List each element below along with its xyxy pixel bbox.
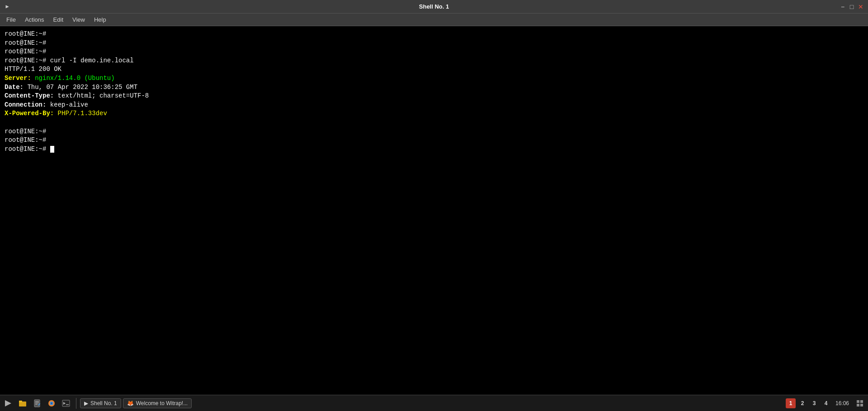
menu-file[interactable]: File (2, 15, 20, 24)
menu-actions[interactable]: Actions (20, 15, 49, 24)
term-line-3: root@INE:~# (5, 47, 863, 56)
svg-rect-3 (34, 400, 40, 407)
witrap-app-button[interactable]: 🦊 Welcome to Witrap!... (123, 398, 192, 408)
terminal-area[interactable]: root@INE:~# root@INE:~# root@INE:~# root… (0, 26, 868, 395)
term-line-2: root@INE:~# (5, 39, 863, 48)
term-line-1: root@INE:~# (5, 30, 863, 39)
title-bar: ▶ Shell No. 1 − □ ✕ (0, 0, 868, 14)
svg-rect-2 (19, 401, 22, 402)
witrap-app-label: Welcome to Witrap!... (136, 400, 188, 406)
shell-app-button[interactable]: ▶ Shell No. 1 (80, 398, 121, 408)
taskbar-left: ▶ Shell No. 1 🦊 Welcome to Witrap!... (2, 397, 192, 410)
system-clock: 16:06 (833, 400, 852, 406)
taskbar-terminal-icon[interactable] (60, 397, 72, 410)
terminal-title-icon: ▶ (4, 3, 11, 10)
taskbar-text-editor-icon[interactable] (31, 397, 43, 410)
witrap-app-icon: 🦊 (127, 400, 134, 406)
svg-rect-15 (857, 404, 859, 406)
close-button[interactable]: ✕ (857, 3, 864, 10)
shell-app-label: Shell No. 1 (90, 400, 117, 406)
taskbar-separator (76, 398, 76, 409)
title-bar-left: ▶ (4, 3, 11, 10)
term-line-server: Server: nginx/1.14.0 (Ubuntu) (5, 74, 863, 83)
workspace-4-button[interactable]: 4 (821, 398, 831, 408)
term-line-empty (5, 118, 863, 127)
term-line-xpowered: X-Powered-By: PHP/7.1.33dev (5, 109, 863, 118)
svg-rect-16 (860, 404, 863, 406)
workspace-3-button[interactable]: 3 (809, 398, 819, 408)
menu-bar: File Actions Edit View Help (0, 14, 868, 26)
window-controls: − □ ✕ (839, 3, 864, 10)
taskbar-arrow-icon[interactable] (2, 397, 14, 410)
svg-rect-13 (857, 400, 859, 403)
window-title: Shell No. 1 (419, 3, 449, 10)
svg-point-9 (51, 402, 52, 404)
menu-help[interactable]: Help (90, 15, 111, 24)
workspace-2-button[interactable]: 2 (797, 398, 807, 408)
term-line-4: root@INE:~# curl -I demo.ine.local (5, 56, 863, 65)
svg-rect-14 (860, 400, 863, 403)
menu-edit[interactable]: Edit (49, 15, 68, 24)
term-line-content-type: Content-Type: text/html; charset=UTF-8 (5, 92, 863, 101)
taskbar-folder-icon[interactable] (16, 397, 29, 410)
taskbar: ▶ Shell No. 1 🦊 Welcome to Witrap!... 1 … (0, 395, 868, 411)
term-line-8: root@INE:~# (5, 145, 863, 154)
term-line-date: Date: Thu, 07 Apr 2022 10:36:25 GMT (5, 83, 863, 92)
term-line-5: HTTP/1.1 200 OK (5, 65, 863, 74)
svg-marker-0 (5, 400, 11, 406)
menu-view[interactable]: View (68, 15, 90, 24)
taskbar-firefox-icon[interactable] (45, 397, 58, 410)
shell-app-icon: ▶ (84, 400, 88, 406)
term-line-7: root@INE:~# (5, 136, 863, 145)
workspace-1-button[interactable]: 1 (786, 398, 796, 408)
term-line-connection: Connection: keep-alive (5, 101, 863, 110)
maximize-button[interactable]: □ (848, 3, 855, 10)
taskbar-right: 1 2 3 4 16:06 (786, 397, 866, 410)
cursor (50, 146, 54, 153)
minimize-button[interactable]: − (839, 3, 846, 10)
taskbar-grid-icon[interactable] (854, 397, 866, 410)
term-line-6: root@INE:~# (5, 127, 863, 136)
